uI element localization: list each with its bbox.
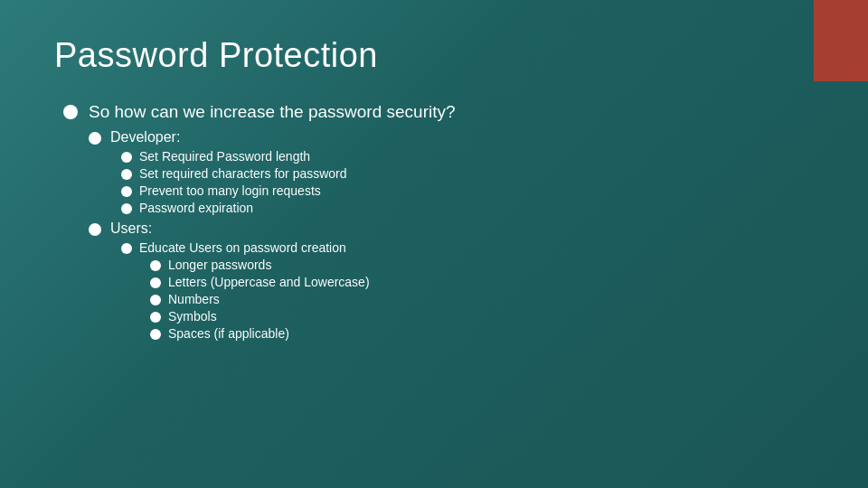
- dev-item-1: Set Required Password length: [121, 149, 814, 164]
- bullet-educate: [121, 243, 132, 254]
- dev-item-4: Password expiration: [121, 201, 814, 215]
- bullet-tip-1: [150, 260, 161, 271]
- tip-text-2: Letters (Uppercase and Lowercase): [168, 275, 370, 289]
- tip-text-4: Symbols: [168, 309, 217, 324]
- dev-text-1: Set Required Password length: [139, 149, 310, 164]
- tip-text-5: Spaces (if applicable): [168, 326, 289, 341]
- content-area: So how can we increase the password secu…: [54, 102, 814, 341]
- users-section: Users: Educate Users on password creatio…: [89, 221, 814, 341]
- tip-4: Symbols: [150, 309, 814, 324]
- bullet-dev-3: [121, 186, 132, 197]
- tip-2: Letters (Uppercase and Lowercase): [150, 275, 814, 289]
- bullet-dev-1: [121, 152, 132, 163]
- dev-text-3: Prevent too many login requests: [139, 183, 321, 198]
- main-question-item: So how can we increase the password secu…: [63, 102, 814, 122]
- password-tips: Longer passwords Letters (Uppercase and …: [150, 258, 814, 341]
- educate-text: Educate Users on password creation: [139, 240, 346, 255]
- accent-block: [814, 0, 868, 81]
- developer-item: Developer:: [89, 129, 814, 145]
- tip-1: Longer passwords: [150, 258, 814, 272]
- bullet-tip-3: [150, 295, 161, 305]
- tip-text-1: Longer passwords: [168, 258, 271, 272]
- users-label: Users:: [110, 221, 152, 237]
- bullet-tip-5: [150, 329, 161, 340]
- educate-item: Educate Users on password creation: [121, 240, 814, 255]
- developer-subitems: Set Required Password length Set require…: [121, 149, 814, 215]
- main-question-text: So how can we increase the password secu…: [89, 102, 456, 122]
- bullet-tip-2: [150, 277, 161, 288]
- slide-title: Password Protection: [54, 36, 814, 75]
- dev-item-2: Set required characters for password: [121, 166, 814, 181]
- bullet-dev-4: [121, 203, 132, 214]
- tip-5: Spaces (if applicable): [150, 326, 814, 341]
- bullet-users: [89, 223, 101, 236]
- developer-section: Developer: Set Required Password length …: [89, 129, 814, 215]
- tip-3: Numbers: [150, 292, 814, 306]
- users-subitems: Educate Users on password creation Longe…: [121, 240, 814, 341]
- dev-text-2: Set required characters for password: [139, 166, 347, 181]
- slide: Password Protection So how can we increa…: [0, 0, 868, 488]
- bullet-dev-2: [121, 169, 132, 180]
- dev-text-4: Password expiration: [139, 201, 253, 215]
- bullet-main: [63, 105, 78, 119]
- users-item: Users:: [89, 221, 814, 237]
- bullet-developer: [89, 132, 101, 145]
- developer-label: Developer:: [110, 129, 180, 145]
- dev-item-3: Prevent too many login requests: [121, 183, 814, 198]
- tip-text-3: Numbers: [168, 292, 220, 306]
- bullet-tip-4: [150, 312, 161, 323]
